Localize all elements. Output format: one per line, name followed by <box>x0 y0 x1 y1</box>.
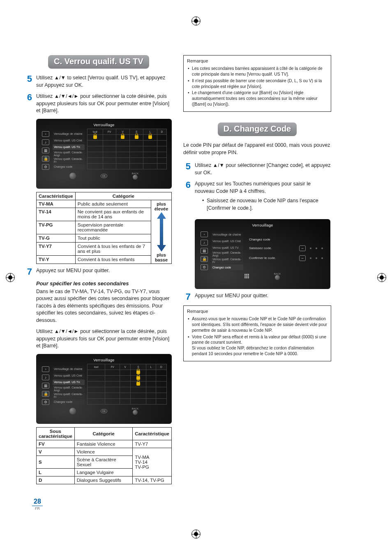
step-number: 7 <box>25 267 32 276</box>
pin-dot-icon <box>316 247 317 249</box>
pin-digit-box: – <box>299 255 306 261</box>
channel-icon: ▦ <box>201 248 208 254</box>
lock-icon <box>121 135 125 139</box>
subratings-table: Sous caractéristique Catégorie Caractéri… <box>36 427 172 484</box>
sound-icon: ♪ <box>42 139 49 145</box>
step-5d-text: Utilisez ▲/▼ pour sélectionner [Changez … <box>195 162 331 176</box>
keypad-icon <box>244 274 249 279</box>
section-d-banner: D. Changez Code <box>218 123 297 136</box>
subsection-heading: Pour spécifier les cotes secondaires <box>36 280 173 287</box>
note-title: Remarque <box>187 58 327 64</box>
ratings-table: CaractéristiqueCatégorie TV-MAPublic adu… <box>36 192 172 264</box>
lock-icon <box>135 135 138 139</box>
lock-icon <box>136 376 140 380</box>
double-arrow-icon <box>157 212 166 252</box>
osd-subtitle: Changez code <box>249 238 323 241</box>
substep-text: Saisissez de nouveau le Code NIP dans l'… <box>207 197 331 212</box>
step-number: 7 <box>183 292 191 301</box>
channel-icon: ▦ <box>42 148 49 153</box>
picture-icon: ▫ <box>42 131 49 137</box>
back-button-icon: BACK <box>132 407 138 415</box>
registration-mark-icon <box>6 273 15 282</box>
step-number: 5 <box>183 162 191 176</box>
osd-menu-list: Verrouillage de chaîne Verrou qualif. US… <box>53 129 85 170</box>
osd-ratings-grid: toutFVVSLD <box>87 129 167 170</box>
pin-dot-icon <box>321 247 323 249</box>
osd-title: Verrouillage <box>41 123 167 127</box>
step-7-text: Appuyez sur MENU pour quitter. <box>36 267 173 276</box>
note-title: Remarque <box>187 308 327 314</box>
table-row: FVFantaisie ViolenceTV-Y7 <box>37 440 172 448</box>
sound-icon: ♪ <box>201 240 208 245</box>
note-item: Votre Code NIP sera effacé et remis à la… <box>187 334 327 357</box>
nav-ball-icon <box>69 173 76 179</box>
step-number: 6 <box>183 180 191 215</box>
lock-icon <box>136 382 140 386</box>
table-header: Catégorie <box>75 192 171 200</box>
pin-dot-icon <box>321 257 323 259</box>
lock-icon <box>93 135 97 139</box>
step-6d-text: Appuyez sur les Touches numériques pour … <box>195 180 331 215</box>
osd-title: Verrouillage <box>41 358 167 362</box>
step-7d-text: Appuyez sur MENU pour quitter. <box>195 292 331 301</box>
registration-mark-icon <box>191 16 201 25</box>
table-row: TV-MAPublic adulte seulement plus élevée… <box>37 200 172 208</box>
osd-screenshot-pin: Verrouillage ▫ ♪ ▦ 🔒 ⚙ Verrouillage de c… <box>195 219 330 289</box>
ok-button-icon: OK <box>101 409 107 413</box>
nav-ball-icon <box>69 408 76 414</box>
osd-nav-icons: ▫ ♪ ▦ 🔒 ⚙ <box>41 364 50 405</box>
page-number: 28 FR <box>32 498 43 511</box>
svg-marker-0 <box>157 212 166 252</box>
table-header: Sous caractéristique <box>37 427 75 440</box>
body-text: Dans le cas de TV-MA, TV-14, TV-PG, ou T… <box>36 288 173 324</box>
lock-icon: 🔒 <box>42 391 49 397</box>
section-c-banner: C. Verrou qualif. US TV <box>48 55 149 69</box>
note-item: Il n'est pas possible de barrer une cote… <box>187 78 327 90</box>
note-item: Le changement d'une catégorie sur [Barré… <box>187 90 327 107</box>
back-button-icon: BACK <box>132 172 138 180</box>
setup-icon: ⚙ <box>201 264 208 270</box>
setup-icon: ⚙ <box>42 399 49 405</box>
osd-screenshot-subratings: Verrouillage ▫ ♪ ▦ 🔒 ⚙ Verrouillage de c… <box>36 354 172 424</box>
osd-pin-panel: Changez code Saisissez code. – Confirmer… <box>246 229 325 270</box>
setup-icon: ⚙ <box>42 164 49 170</box>
table-header: Catégorie <box>74 427 132 440</box>
note-box-1: Remarque Les cotes secondaires barrées a… <box>183 55 331 112</box>
step-6-text: Utilisez ▲/▼/◄/► pour sélectionner la co… <box>36 93 173 115</box>
note-item: Les cotes secondaires barrées apparaisse… <box>187 66 327 77</box>
table-row: VViolenceTV-MA TV-14 TV-PG <box>37 448 172 456</box>
lock-icon: 🔒 <box>42 156 49 162</box>
table-row: DDialogues SuggestifsTV-14, TV-PG <box>37 476 172 484</box>
registration-mark-icon <box>191 530 201 539</box>
picture-icon: ▫ <box>42 366 49 372</box>
lock-icon <box>148 135 152 139</box>
lock-icon: 🔒 <box>201 256 208 262</box>
registration-mark-icon <box>377 273 386 282</box>
osd-screenshot-ratings: Verrouillage ▫ ♪ ▦ 🔒 ⚙ Verrouillage de c… <box>36 119 172 189</box>
step-5-text: Utilisez ▲/▼ to select [Verrou qualif. U… <box>36 74 173 89</box>
body-text: Utilisez ▲/▼/◄/► pour sélectionner la co… <box>36 328 173 350</box>
channel-icon: ▦ <box>42 383 49 388</box>
osd-ratings-grid: toutFVVSLD <box>87 364 167 405</box>
osd-title: Verrouillage <box>200 223 325 227</box>
step-number: 6 <box>25 93 32 115</box>
pin-dot-icon <box>316 257 317 259</box>
section-d-intro: Le code PIN par défaut de l'appareil est… <box>183 142 331 156</box>
note-box-2: Remarque Assurez-vous que le nouveau Cod… <box>183 305 331 361</box>
table-header: Caractéristique <box>133 427 172 440</box>
note-item: Assurez-vous que le nouveau Code NIP et … <box>187 316 327 333</box>
pin-dot-icon <box>310 247 311 249</box>
picture-icon: ▫ <box>201 231 208 237</box>
osd-menu-list: Verrouillage de chaîne Verrou qualif. US… <box>53 364 85 405</box>
step-number: 5 <box>25 74 32 89</box>
pin-dot-icon <box>310 257 311 259</box>
ok-button-icon: OK <box>101 174 107 178</box>
osd-nav-icons: ▫ ♪ ▦ 🔒 ⚙ <box>41 129 50 170</box>
pin-digit-box: – <box>299 245 306 251</box>
sound-icon: ♪ <box>42 375 49 380</box>
osd-menu-list: Verrouillage de chaîne Verrou qualif. US… <box>211 229 243 270</box>
rating-scale-arrow: plus élevée plus basse <box>151 200 172 264</box>
back-button-icon: BACK <box>274 273 281 280</box>
table-header: Caractéristique <box>37 192 76 200</box>
lock-icon <box>136 370 140 374</box>
